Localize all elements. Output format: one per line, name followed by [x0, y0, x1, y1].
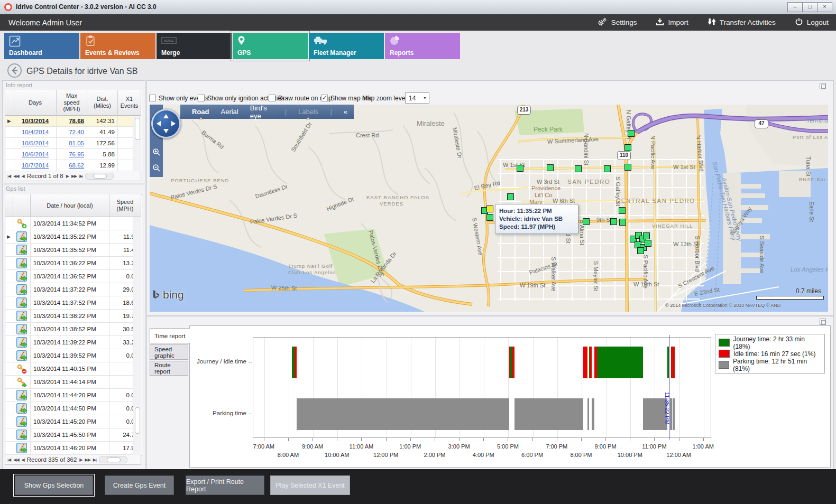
map-style-road[interactable]: Road [192, 108, 209, 116]
gps-marker[interactable] [507, 193, 514, 200]
pager-hscroll[interactable] [99, 456, 127, 463]
info-table-scrollbar[interactable] [133, 116, 141, 171]
pager-prev[interactable]: ◀ [22, 458, 24, 462]
row-indicator [5, 442, 13, 455]
map-zoom-out-button[interactable] [152, 164, 161, 172]
map-label: Trump Nat'l Golf [288, 263, 333, 269]
key-plus-icon [13, 217, 31, 230]
checkbox-draw-route-on-map[interactable] [269, 95, 275, 101]
pager-next[interactable]: ▶ [79, 458, 82, 462]
gps-marker[interactable] [624, 144, 631, 151]
tab-merge[interactable]: MERGEMerge [157, 33, 232, 59]
map-style-aerial[interactable]: Aerial [221, 108, 238, 116]
pager-last[interactable]: ▶| [93, 458, 96, 462]
info-days-link[interactable]: 10/7/2014 [14, 160, 57, 171]
info-days-link[interactable]: 10/3/2014 [14, 116, 57, 127]
gps-marker[interactable] [624, 164, 631, 171]
tab-dashboard[interactable]: Dashboard [4, 33, 79, 59]
map-nav-collapse-button[interactable]: « [344, 108, 347, 116]
pager-next_page[interactable]: ▶▶ [85, 458, 90, 462]
info-col-header: Dist. (Miles) [87, 90, 118, 116]
pager-hscroll[interactable] [85, 173, 114, 180]
footer-button-create-gps-event[interactable]: Create Gps Event [105, 475, 174, 495]
gps-marker[interactable] [619, 219, 626, 226]
tab-reports[interactable]: Reports [385, 33, 460, 59]
x-tick [288, 438, 289, 441]
collapse-map-panel-button[interactable] [820, 83, 826, 89]
gps-table-scrollbar[interactable] [133, 217, 141, 455]
tab-events-reviews[interactable]: Events & Reviews [80, 33, 155, 59]
info-maxspeed-link[interactable]: 81.05 [57, 138, 87, 149]
checkbox-show-only-ignition-activities[interactable] [198, 95, 205, 101]
hscroll-thumb[interactable] [93, 174, 107, 179]
map-zoom-level-select[interactable]: 14▼ [405, 92, 429, 104]
info-dist-cell: 41.49 [87, 127, 118, 138]
map-label: Tuna St [805, 156, 812, 176]
pager-first[interactable]: |◀ [7, 458, 11, 462]
header-action-settings[interactable]: Settings [597, 17, 637, 28]
checkbox-show-only-events[interactable] [149, 95, 156, 101]
map-style-labels[interactable]: Labels [298, 108, 318, 116]
pager-prev_page[interactable]: ◀◀ [13, 174, 19, 179]
pager-last[interactable]: ▶| [79, 174, 82, 179]
footer-button-show-gps-selection[interactable]: Show Gps Selection [15, 475, 93, 495]
pager-prev[interactable]: ◀ [22, 174, 24, 179]
checkbox-show-map-info[interactable]: ✓ [321, 95, 328, 101]
scroll-thumb[interactable] [135, 407, 140, 434]
gps-marker[interactable] [645, 240, 651, 247]
gps-marker[interactable] [575, 165, 582, 172]
gps-marker[interactable] [517, 165, 523, 172]
info-maxspeed-link[interactable]: 68.62 [57, 160, 87, 171]
info-maxspeed-link[interactable]: 72.40 [57, 127, 87, 138]
gps-marker[interactable] [610, 218, 617, 225]
info-maxspeed-link[interactable]: 78.68 [57, 116, 87, 127]
tab-gps[interactable]: GPS [233, 33, 308, 59]
map[interactable]: Burma RdCrest RdMiralesteMiraleste DrSou… [150, 105, 828, 312]
parking-segment [587, 398, 589, 430]
map-marker-tooltip: Hour: 11:35:22 PM Vehicle: idrive Van SB… [495, 204, 578, 234]
x-tick [581, 438, 582, 441]
tab-speed-graphic[interactable]: Speed graphic [150, 344, 188, 360]
gps-marker[interactable] [486, 214, 493, 221]
maximize-button[interactable]: □ [802, 2, 817, 12]
route-shield-110: 110 [617, 151, 631, 160]
row-indicator [5, 323, 13, 336]
collapse-report-panel-button[interactable] [820, 319, 826, 325]
info-days-link[interactable]: 10/4/2014 [14, 127, 57, 138]
minimize-button[interactable]: – [787, 2, 803, 12]
legend-swatch [719, 350, 730, 358]
info-maxspeed-link[interactable]: 76.95 [57, 149, 87, 160]
map-compass-control[interactable] [151, 109, 181, 138]
hscroll-thumb[interactable] [107, 458, 121, 462]
gps-marker[interactable] [643, 232, 650, 239]
pager-next[interactable]: ▶ [66, 174, 69, 179]
parking-segment [297, 398, 509, 430]
header-action-transfer-activities[interactable]: Transfer Activities [708, 17, 776, 27]
map-zoom-in-button[interactable] [152, 148, 161, 156]
info-days-link[interactable]: 10/6/2014 [14, 149, 57, 160]
pager-next_page[interactable]: ▶▶ [71, 174, 77, 179]
gps-marker[interactable] [547, 164, 554, 171]
close-button[interactable]: × [817, 2, 832, 12]
selected-gps-marker[interactable] [486, 206, 493, 212]
gps-marker[interactable] [583, 218, 590, 225]
gps-marker[interactable] [637, 247, 644, 254]
tab-time-report[interactable]: Time report [150, 328, 190, 343]
footer-button-export-print-route-report[interactable]: Export / Print Route Report [186, 475, 264, 495]
gps-marker[interactable] [628, 130, 635, 137]
header-action-logout[interactable]: Logout [795, 17, 829, 27]
info-days-link[interactable]: 10/5/2014 [14, 138, 57, 149]
map-route-icon [13, 244, 31, 257]
back-button[interactable] [7, 63, 22, 78]
pager-first[interactable]: |◀ [7, 174, 11, 179]
tab-route-report[interactable]: Route report [150, 361, 188, 376]
map-copyright: © 2014 Microsoft Corporation © 2010 NAVT… [665, 303, 824, 308]
map-style-bird-s-eye[interactable]: Bird's eye [250, 105, 273, 120]
pager-prev_page[interactable]: ◀◀ [13, 458, 19, 462]
gps-marker[interactable] [604, 165, 611, 172]
scroll-thumb[interactable] [135, 118, 140, 140]
tab-fleet-manager[interactable]: Fleet Manager [309, 33, 384, 59]
header-action-import[interactable]: Import [656, 17, 688, 27]
map-route-icon [13, 296, 31, 310]
gps-marker[interactable] [619, 207, 626, 214]
